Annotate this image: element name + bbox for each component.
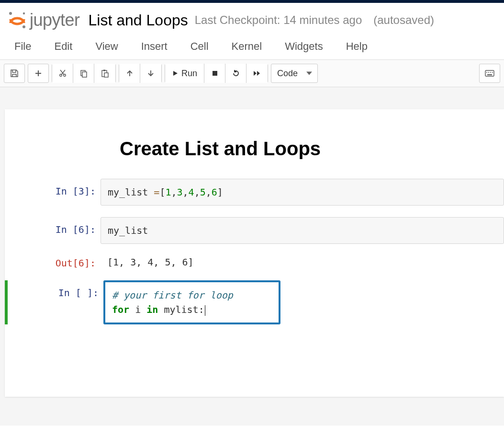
arrow-down-icon <box>147 69 155 77</box>
menu-edit[interactable]: Edit <box>54 40 72 53</box>
paste-button[interactable] <box>94 64 115 83</box>
svg-point-2 <box>23 12 25 14</box>
menu-file[interactable]: File <box>14 40 31 53</box>
svg-rect-11 <box>485 70 494 76</box>
menu-insert[interactable]: Insert <box>141 40 168 53</box>
keyboard-icon <box>485 70 494 77</box>
input-prompt: In [ ]: <box>8 280 103 324</box>
plus-icon <box>34 69 42 77</box>
svg-rect-12 <box>487 74 492 75</box>
add-cell-button[interactable] <box>28 64 49 83</box>
restart-run-all-button[interactable] <box>246 64 268 83</box>
svg-rect-10 <box>213 71 217 76</box>
svg-rect-6 <box>82 72 87 77</box>
cell-output: [1, 3, 4, 5, 6] <box>101 251 504 269</box>
save-icon <box>10 69 19 78</box>
notebook-title[interactable]: List and Loops <box>89 12 188 29</box>
copy-button[interactable] <box>73 64 94 83</box>
svg-rect-8 <box>103 70 105 71</box>
input-prompt: In [3]: <box>5 179 101 206</box>
code-input[interactable]: # your first for loop for i in mylist: <box>103 280 280 324</box>
cell-type-select-wrap: Code <box>271 64 318 83</box>
svg-point-13 <box>486 72 487 73</box>
input-prompt: In [6]: <box>5 217 101 244</box>
menu-cell[interactable]: Cell <box>190 40 209 53</box>
stop-icon <box>212 70 218 77</box>
cut-button[interactable] <box>52 64 73 83</box>
svg-point-16 <box>492 72 493 73</box>
header: jupyter List and Loops Last Checkpoint: … <box>0 0 504 35</box>
run-button[interactable]: Run <box>165 64 204 83</box>
svg-point-15 <box>490 72 491 73</box>
code-cell-3-active[interactable]: In [ ]: # your first for loop for i in m… <box>5 280 504 324</box>
play-icon <box>172 70 179 77</box>
output-row: Out[6]: [1, 3, 4, 5, 6] <box>5 251 504 269</box>
output-prompt: Out[6]: <box>5 251 101 269</box>
svg-point-1 <box>22 25 25 28</box>
svg-point-14 <box>488 72 489 73</box>
menu-help[interactable]: Help <box>346 40 368 53</box>
autosave-text: (autosaved) <box>373 13 434 27</box>
toolbar: Run Code <box>0 60 504 87</box>
menubar: File Edit View Insert Cell Kernel Widget… <box>0 35 504 60</box>
menu-kernel[interactable]: Kernel <box>232 40 262 53</box>
code-cell-1[interactable]: In [3]: my_list =[1,3,4,5,6] <box>5 179 504 206</box>
menu-view[interactable]: View <box>95 40 118 53</box>
run-label: Run <box>181 69 197 79</box>
save-button[interactable] <box>4 64 25 83</box>
svg-rect-9 <box>104 73 108 77</box>
restart-icon <box>232 69 240 78</box>
command-palette-button[interactable] <box>479 64 500 83</box>
jupyter-logo[interactable]: jupyter <box>7 10 80 31</box>
arrow-up-icon <box>126 69 134 77</box>
menu-widgets[interactable]: Widgets <box>285 40 323 53</box>
copy-icon <box>79 69 88 78</box>
checkpoint-text: Last Checkpoint: 14 minutes ago <box>195 13 362 27</box>
text-cursor <box>205 305 205 316</box>
markdown-heading[interactable]: Create List and Loops <box>120 138 504 160</box>
cell-type-select[interactable]: Code <box>271 64 318 83</box>
scissors-icon <box>58 69 67 78</box>
code-input[interactable]: my_list =[1,3,4,5,6] <box>101 179 504 206</box>
code-input[interactable]: my_list <box>101 217 504 244</box>
fast-forward-icon <box>253 70 261 77</box>
restart-button[interactable] <box>225 64 246 83</box>
move-down-button[interactable] <box>140 64 161 83</box>
paste-icon <box>101 69 109 78</box>
move-up-button[interactable] <box>119 64 140 83</box>
svg-point-0 <box>9 12 12 15</box>
interrupt-button[interactable] <box>204 64 225 83</box>
notebook-container: Create List and Loops In [3]: my_list =[… <box>0 87 504 426</box>
logo-text: jupyter <box>30 10 80 30</box>
code-cell-2[interactable]: In [6]: my_list <box>5 217 504 244</box>
notebook: Create List and Loops In [3]: my_list =[… <box>5 109 504 397</box>
jupyter-logo-icon <box>7 10 28 31</box>
